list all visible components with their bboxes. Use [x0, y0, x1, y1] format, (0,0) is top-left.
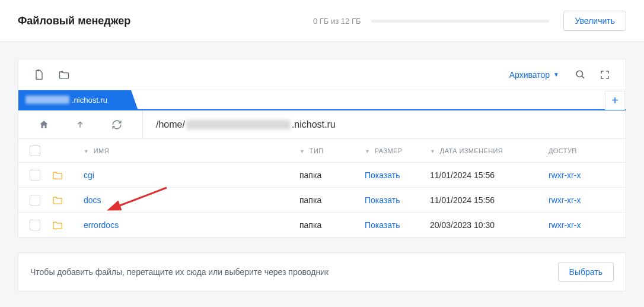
- table-row[interactable]: errordocs папка Показать 20/03/2023 10:3…: [18, 213, 626, 238]
- svg-point-0: [576, 71, 582, 77]
- row-checkbox[interactable]: [30, 195, 40, 205]
- enlarge-button[interactable]: Увеличить: [563, 11, 626, 31]
- file-name-link[interactable]: errordocs: [84, 220, 119, 230]
- sort-caret-icon: ▼: [299, 148, 305, 154]
- col-date[interactable]: ▼ ДАТА ИЗМЕНЕНИЯ: [430, 147, 549, 154]
- nav-icons: [18, 110, 143, 138]
- type-cell: папка: [299, 220, 365, 230]
- row-checkbox[interactable]: [30, 170, 40, 181]
- tab-label: .nichost.ru: [72, 96, 107, 105]
- redacted-path-segment: [186, 120, 291, 129]
- show-size-link[interactable]: Показать: [365, 220, 400, 230]
- sort-caret-icon: ▼: [430, 148, 435, 154]
- permissions-link[interactable]: rwxr-xr-x: [549, 195, 581, 205]
- redacted-host-prefix: [25, 96, 69, 104]
- folder-icon: [52, 220, 84, 230]
- new-file-icon[interactable]: [27, 62, 52, 87]
- row-checkbox[interactable]: [30, 220, 40, 230]
- search-icon[interactable]: [568, 62, 592, 87]
- show-size-link[interactable]: Показать: [365, 170, 400, 180]
- col-name[interactable]: ▼ ИМЯ: [84, 147, 299, 154]
- sort-caret-icon: ▼: [84, 148, 89, 154]
- tabs-bar: .nichost.ru +: [18, 90, 626, 110]
- refresh-icon[interactable]: [107, 119, 126, 130]
- storage-bar: [371, 20, 549, 23]
- folder-icon: [52, 170, 84, 180]
- fullscreen-icon[interactable]: [592, 62, 617, 87]
- new-folder-icon[interactable]: [52, 62, 76, 87]
- file-name-link[interactable]: cgi: [84, 170, 94, 180]
- choose-files-button[interactable]: Выбрать: [558, 262, 614, 282]
- svg-line-1: [582, 76, 584, 78]
- chevron-down-icon: ▼: [553, 71, 559, 78]
- col-perm[interactable]: ДОСТУП: [549, 147, 626, 154]
- archiver-dropdown[interactable]: Архиватор ▼: [501, 70, 568, 80]
- nav-row: /home/ .nichost.ru: [18, 110, 626, 139]
- show-size-link[interactable]: Показать: [365, 195, 400, 205]
- tab-host[interactable]: .nichost.ru: [18, 90, 131, 109]
- permissions-link[interactable]: rwxr-xr-x: [549, 170, 581, 180]
- upload-dropzone[interactable]: Чтобы добавить файлы, перетащите их сюда…: [18, 252, 626, 292]
- permissions-link[interactable]: rwxr-xr-x: [549, 220, 581, 230]
- up-icon[interactable]: [71, 120, 90, 129]
- archiver-label: Архиватор: [509, 70, 550, 80]
- type-cell: папка: [299, 170, 365, 180]
- path-suffix: .nichost.ru: [292, 119, 336, 130]
- toolbar: Архиватор ▼: [18, 59, 626, 90]
- folder-icon: [52, 195, 84, 205]
- date-cell: 20/03/2023 10:30: [430, 220, 549, 230]
- table-header: ▼ ИМЯ ▼ ТИП ▼ РАЗМЕР ▼ ДАТА ИЗМЕНЕНИЯ ДО…: [18, 139, 626, 163]
- table-row[interactable]: docs папка Показать 11/01/2024 15:56 rwx…: [18, 188, 626, 213]
- home-icon[interactable]: [34, 119, 53, 130]
- col-size[interactable]: ▼ РАЗМЕР: [365, 147, 430, 154]
- breadcrumb-path: /home/ .nichost.ru: [143, 119, 336, 130]
- col-type[interactable]: ▼ ТИП: [299, 147, 365, 154]
- add-tab-button[interactable]: +: [605, 91, 625, 110]
- date-cell: 11/01/2024 15:56: [430, 195, 549, 205]
- table-row[interactable]: cgi папка Показать 11/01/2024 15:56 rwxr…: [18, 163, 626, 188]
- app-header: Файловый менеджер 0 ГБ из 12 ГБ Увеличит…: [0, 0, 644, 42]
- file-manager-panel: Архиватор ▼ .nichost.ru +: [18, 59, 626, 238]
- sort-caret-icon: ▼: [365, 148, 370, 154]
- type-cell: папка: [299, 195, 365, 205]
- dropzone-text: Чтобы добавить файлы, перетащите их сюда…: [30, 267, 329, 277]
- storage-usage: 0 ГБ из 12 ГБ: [313, 17, 550, 26]
- storage-text: 0 ГБ из 12 ГБ: [313, 17, 361, 26]
- path-prefix: /home/: [156, 119, 185, 130]
- file-name-link[interactable]: docs: [84, 195, 101, 205]
- date-cell: 11/01/2024 15:56: [430, 170, 549, 180]
- page-title: Файловый менеджер: [18, 15, 130, 27]
- select-all-checkbox[interactable]: [30, 145, 40, 156]
